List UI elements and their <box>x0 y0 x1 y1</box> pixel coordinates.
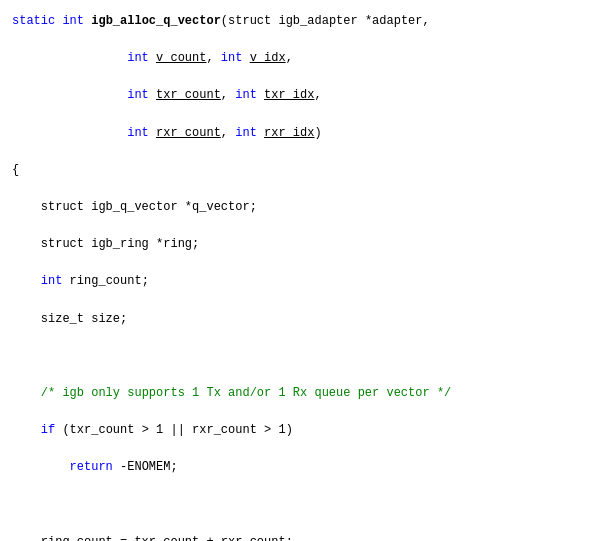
code-line-4: int rxr_count, int rxr_idx) <box>12 124 593 143</box>
code-line-11: /* igb only supports 1 Tx and/or 1 Rx qu… <box>12 384 593 403</box>
code-line-6: struct igb_q_vector *q_vector; <box>12 198 593 217</box>
code-line-5: { <box>12 161 593 180</box>
code-line-13: return -ENOMEM; <box>12 458 593 477</box>
code-line-9: size_t size; <box>12 310 593 329</box>
code-line-8: int ring_count; <box>12 272 593 291</box>
code-line-10 <box>12 347 593 366</box>
code-block: static int igb_alloc_q_vector(struct igb… <box>4 6 601 541</box>
code-line-7: struct igb_ring *ring; <box>12 235 593 254</box>
code-line-12: if (txr_count > 1 || rxr_count > 1) <box>12 421 593 440</box>
code-line-1: static int igb_alloc_q_vector(struct igb… <box>12 12 593 31</box>
code-line-14 <box>12 495 593 514</box>
code-line-15: ring_count = txr_count + rxr_count; <box>12 533 593 541</box>
code-container: static int igb_alloc_q_vector(struct igb… <box>0 0 605 541</box>
code-line-2: int v_count, int v_idx, <box>12 49 593 68</box>
code-line-3: int txr_count, int txr_idx, <box>12 86 593 105</box>
